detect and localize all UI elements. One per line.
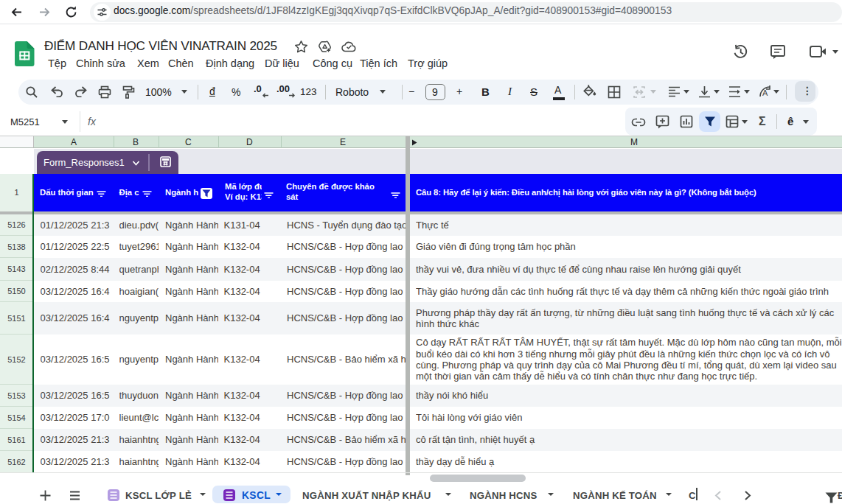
svg-text:A: A (762, 88, 768, 97)
